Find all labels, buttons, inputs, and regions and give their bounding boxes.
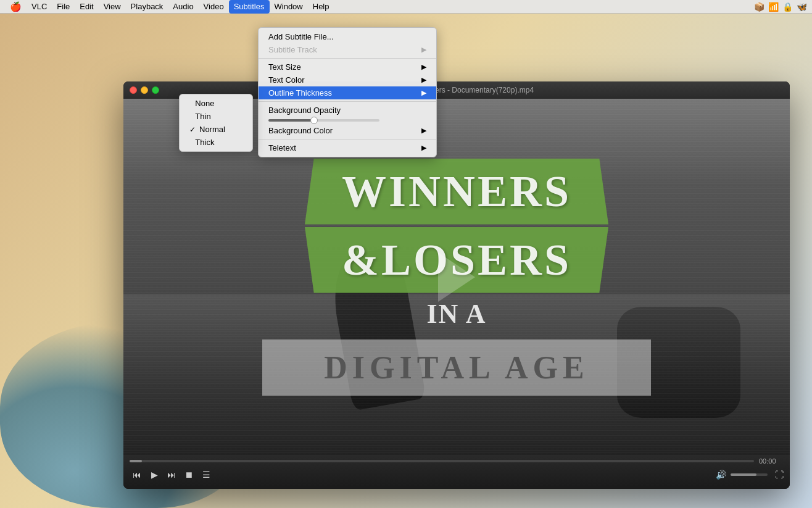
menu-item-background-color[interactable]: Background Color ▶: [259, 124, 436, 137]
thick-checkmark: [189, 138, 191, 147]
vpn-icon[interactable]: 🔒: [782, 2, 793, 12]
menubar-item-edit[interactable]: Edit: [75, 0, 98, 14]
menubar-item-playback[interactable]: Playback: [126, 0, 168, 14]
menu-separator-3: [259, 139, 436, 139]
apple-menu[interactable]: 🍎: [5, 0, 27, 14]
submenu-item-normal[interactable]: ✓ Normal: [180, 123, 252, 136]
title-text-digital: DIGITAL AGE: [324, 350, 589, 385]
thick-label: Thick: [195, 138, 214, 147]
submenu-item-thin[interactable]: Thin: [180, 110, 252, 123]
none-label: None: [195, 99, 214, 108]
playlist-button[interactable]: ☰: [199, 467, 213, 482]
volume-icon[interactable]: 🔊: [713, 467, 728, 482]
controls-bar: 00:00 ⏮ ▶ ⏭ ⏹ ☰ 🔊 ⛶: [123, 455, 790, 489]
progress-fill: [130, 460, 142, 462]
video-area[interactable]: WINNERS &LOSERS IN A DIGITAL AGE: [123, 99, 790, 455]
opacity-slider[interactable]: [268, 119, 379, 122]
wifi-icon[interactable]: 📶: [768, 2, 779, 12]
play-button[interactable]: ▶: [147, 467, 162, 482]
window-minimize-button[interactable]: [141, 86, 148, 94]
menubar-item-view[interactable]: View: [99, 0, 126, 14]
menubar: 🍎 VLC File Edit View Playback Audio Vide…: [0, 0, 812, 14]
title-banner-winners: WINNERS: [305, 159, 608, 225]
opacity-slider-thumb: [310, 117, 318, 124]
text-size-label: Text Size: [268, 62, 301, 72]
window-close-button[interactable]: [130, 86, 137, 94]
menubar-item-window[interactable]: Window: [270, 0, 308, 14]
background-color-arrow: ▶: [421, 127, 426, 135]
teletext-arrow: ▶: [421, 144, 426, 152]
outline-thickness-arrow: ▶: [421, 89, 426, 97]
menu-item-subtitle-track[interactable]: Subtitle Track ▶: [259, 43, 436, 56]
butterfly-icon[interactable]: 🦋: [797, 2, 807, 12]
menu-item-add-subtitle[interactable]: Add Subtitle File...: [259, 30, 436, 43]
menu-item-outline-thickness[interactable]: Outline Thickness ▶: [259, 86, 436, 99]
title-text-ina: IN A: [426, 298, 486, 330]
menubar-item-video[interactable]: Video: [199, 0, 229, 14]
dropbox-icon[interactable]: 📦: [754, 2, 764, 12]
thin-checkmark: [189, 112, 191, 121]
text-color-label: Text Color: [268, 75, 305, 85]
title-text-winners: WINNERS: [342, 167, 571, 216]
fast-forward-button[interactable]: ⏭: [164, 467, 179, 482]
menubar-item-help[interactable]: Help: [308, 0, 334, 14]
submenu-item-thick[interactable]: Thick: [180, 136, 252, 149]
progress-track[interactable]: [130, 460, 754, 462]
outline-thickness-submenu: None Thin ✓ Normal Thick: [179, 94, 253, 152]
rewind-button[interactable]: ⏮: [130, 467, 144, 482]
outline-thickness-label: Outline Thickness: [268, 88, 332, 98]
thin-label: Thin: [195, 112, 210, 121]
menu-item-text-size[interactable]: Text Size ▶: [259, 60, 436, 73]
volume-area: 🔊 ⛶: [713, 467, 784, 482]
text-size-arrow: ▶: [421, 63, 426, 71]
none-checkmark: [189, 99, 191, 108]
menubar-item-subtitles[interactable]: Subtitles: [229, 0, 270, 14]
subtitle-track-arrow: ▶: [421, 46, 426, 54]
background-opacity-label: Background Opacity: [268, 106, 341, 115]
time-display: 00:00: [759, 457, 784, 465]
menubar-item-audio[interactable]: Audio: [168, 0, 198, 14]
volume-track[interactable]: [731, 473, 768, 476]
menubar-item-vlc[interactable]: VLC: [27, 0, 52, 14]
window-controls: [130, 86, 159, 94]
opacity-slider-row: [259, 117, 436, 124]
title-banner-digital: DIGITAL AGE: [262, 339, 650, 396]
window-maximize-button[interactable]: [152, 86, 159, 94]
menu-item-text-color[interactable]: Text Color ▶: [259, 73, 436, 86]
volume-fill: [731, 473, 756, 476]
controls-row: ⏮ ▶ ⏭ ⏹ ☰ 🔊 ⛶: [130, 467, 784, 482]
background-color-label: Background Color: [268, 126, 333, 135]
play-triangle-icon: [438, 252, 475, 302]
menu-separator-2: [259, 101, 436, 102]
normal-checkmark: ✓: [189, 125, 196, 134]
normal-label: Normal: [199, 125, 225, 134]
teletext-label: Teletext: [268, 143, 296, 152]
submenu-item-none[interactable]: None: [180, 97, 252, 110]
progress-row: 00:00: [130, 457, 784, 465]
fullscreen-button[interactable]: ⛶: [775, 470, 784, 480]
menubar-item-file[interactable]: File: [52, 0, 75, 14]
menu-item-background-opacity[interactable]: Background Opacity: [259, 104, 436, 117]
subtitle-track-label: Subtitle Track: [268, 45, 317, 54]
subtitles-menu: Add Subtitle File... Subtitle Track ▶ Te…: [258, 27, 437, 157]
tray-icons: 📦 📶 🔒 🦋: [754, 2, 807, 12]
menu-item-teletext[interactable]: Teletext ▶: [259, 141, 436, 154]
desktop: Winners and Losers - Documentary(720p).m…: [0, 14, 812, 508]
stop-button[interactable]: ⏹: [181, 467, 196, 482]
menu-separator-1: [259, 58, 436, 59]
text-color-arrow: ▶: [421, 76, 426, 84]
play-overlay: [432, 252, 481, 302]
add-subtitle-label: Add Subtitle File...: [268, 32, 334, 41]
